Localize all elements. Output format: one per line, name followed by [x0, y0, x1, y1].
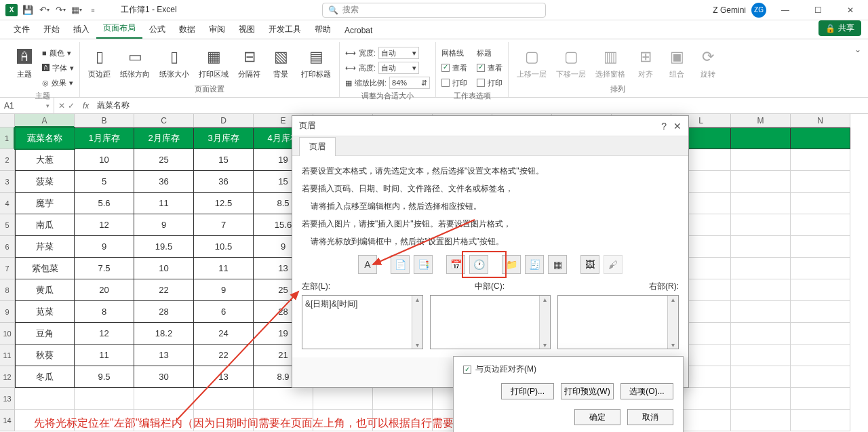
cell[interactable] [15, 388, 75, 410]
row-header[interactable]: 13 [0, 388, 15, 410]
cell[interactable] [791, 127, 850, 149]
cell[interactable]: 豆角 [15, 323, 75, 345]
rotate-button[interactable]: ⟳旋转 [694, 45, 722, 81]
tab-insert[interactable]: 插入 [66, 20, 96, 39]
send-backward-button[interactable]: ▢下移一层 [553, 45, 589, 81]
row-header[interactable]: 7 [0, 258, 15, 279]
left-section-input[interactable]: &[日期]&[时间]▴▾ [302, 295, 423, 349]
cell[interactable] [791, 323, 850, 345]
cell[interactable]: 冬瓜 [15, 366, 75, 388]
row-header[interactable]: 9 [0, 301, 15, 323]
format-text-button[interactable]: A [358, 255, 377, 274]
cell[interactable]: 7.5 [75, 258, 134, 279]
tab-help[interactable]: 帮助 [308, 20, 338, 39]
options-button[interactable]: 选项(O)... [620, 383, 673, 399]
row-header[interactable]: 6 [0, 236, 15, 258]
cell[interactable] [731, 345, 791, 366]
user-name[interactable]: Z Gemini [713, 5, 746, 15]
tab-home[interactable]: 开始 [37, 20, 66, 39]
cell[interactable]: 芹菜 [15, 236, 75, 258]
maximize-button[interactable]: ☐ [804, 3, 831, 18]
cell[interactable]: 11 [134, 193, 194, 214]
cell[interactable]: 5.6 [75, 193, 134, 214]
cell[interactable] [791, 388, 850, 410]
cell[interactable] [791, 236, 850, 258]
tab-file[interactable]: 文件 [7, 20, 37, 39]
bring-forward-button[interactable]: ▢上移一层 [514, 45, 549, 81]
cell[interactable] [731, 279, 791, 301]
cell[interactable] [134, 388, 194, 410]
cell[interactable]: 大葱 [15, 149, 75, 171]
row-header[interactable]: 4 [0, 193, 15, 214]
cell[interactable] [791, 214, 850, 236]
insert-picture-button[interactable]: 🖼 [580, 255, 599, 274]
cell[interactable]: 黄瓜 [15, 279, 75, 301]
gridlines-print-checkbox[interactable]: 打印 [441, 76, 467, 90]
cell[interactable]: 12.5 [194, 193, 254, 214]
row-header[interactable]: 5 [0, 214, 15, 236]
share-button[interactable]: 🔒 共享 [818, 20, 861, 36]
ok-button[interactable]: 确定 [574, 409, 620, 425]
cell[interactable]: 6 [194, 301, 254, 323]
cell[interactable]: 24 [194, 323, 254, 345]
cell[interactable]: 22 [134, 279, 194, 301]
tab-pagelayout[interactable]: 页面布局 [96, 18, 142, 39]
cell[interactable]: 13 [194, 366, 254, 388]
cell[interactable] [731, 149, 791, 171]
width-select[interactable]: ⟷ 宽度: 自动▾ [345, 46, 430, 60]
cell[interactable] [791, 258, 850, 279]
insert-date-button[interactable]: 📅 [446, 255, 465, 274]
cell[interactable]: 3月库存 [194, 127, 254, 149]
cell[interactable] [731, 323, 791, 345]
cell[interactable] [791, 410, 850, 431]
cell[interactable] [791, 149, 850, 171]
gridlines-view-checkbox[interactable]: 查看 [441, 61, 467, 75]
cell[interactable] [791, 345, 850, 366]
cell[interactable]: 紫包菜 [15, 258, 75, 279]
dialog-close-button[interactable]: ✕ [673, 121, 682, 132]
effects-button[interactable]: ◎ 效果 ▾ [42, 76, 74, 90]
cell[interactable]: 7 [194, 214, 254, 236]
cell[interactable] [194, 388, 254, 410]
row-header[interactable]: 2 [0, 149, 15, 171]
close-button[interactable]: ✕ [837, 3, 864, 18]
save-icon[interactable]: 💾 [20, 3, 35, 18]
search-box[interactable]: 🔍 搜索 [322, 3, 546, 18]
headings-view-checkbox[interactable]: 查看 [477, 61, 502, 75]
insert-pages-button[interactable]: 📑 [414, 255, 433, 274]
tab-data[interactable]: 数据 [172, 20, 202, 39]
margins-button[interactable]: ▯页边距 [85, 45, 113, 81]
breaks-button[interactable]: ⊟分隔符 [235, 45, 263, 81]
dialog-help-button[interactable]: ? [661, 121, 667, 132]
cancel-button[interactable]: 取消 [627, 409, 673, 425]
format-picture-button[interactable]: 🖌 [604, 255, 623, 274]
cell[interactable]: 9 [75, 236, 134, 258]
fonts-button[interactable]: 🅰 字体 ▾ [42, 61, 74, 75]
cell[interactable] [731, 301, 791, 323]
scale-spinner[interactable]: ▦ 缩放比例: 84%⇵ [345, 76, 430, 90]
select-all-corner[interactable] [0, 114, 15, 127]
column-header[interactable]: D [194, 114, 254, 127]
avatar[interactable]: ZG [751, 3, 766, 18]
cell[interactable] [731, 193, 791, 214]
cell[interactable] [75, 388, 134, 410]
insert-time-button[interactable]: 🕐 [469, 255, 488, 274]
column-header[interactable]: M [731, 114, 791, 127]
column-header[interactable]: A [15, 114, 75, 127]
cell[interactable]: 19.5 [134, 236, 194, 258]
themes-button[interactable]: 🅰主题 [11, 45, 38, 81]
row-header[interactable]: 12 [0, 366, 15, 388]
height-select[interactable]: ⟷ 高度: 自动▾ [345, 61, 430, 75]
cell[interactable] [791, 366, 850, 388]
row-header[interactable]: 8 [0, 279, 15, 301]
right-section-input[interactable]: ▴▾ [557, 295, 679, 349]
column-header[interactable]: C [134, 114, 194, 127]
cell[interactable] [791, 193, 850, 214]
minimize-button[interactable]: — [772, 3, 799, 18]
row-header[interactable]: 3 [0, 171, 15, 193]
cell[interactable] [731, 127, 791, 149]
cell[interactable] [731, 214, 791, 236]
cell[interactable] [731, 258, 791, 279]
cell[interactable]: 12 [75, 323, 134, 345]
cell[interactable]: 36 [134, 171, 194, 193]
